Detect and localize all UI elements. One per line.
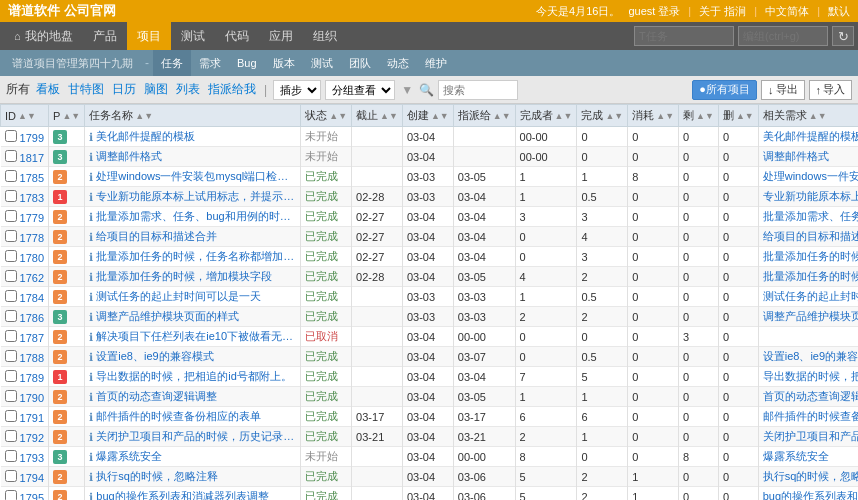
related-req-link[interactable]: 设置ie8、ie9的兼容模式 <box>763 350 858 362</box>
info-icon[interactable]: ℹ <box>89 411 93 423</box>
task-name-link[interactable]: 关闭护卫项目和产品的时候，历史记录还是英文的用户名，应该用中文显 <box>96 429 296 444</box>
row-checkbox[interactable] <box>5 150 17 162</box>
info-icon[interactable]: ℹ <box>89 151 93 163</box>
toolbar-view-board[interactable]: 看板 <box>34 81 62 98</box>
language-link[interactable]: 中文简体 <box>765 4 809 19</box>
nav-item-products[interactable]: 产品 <box>83 22 127 50</box>
col-header-status[interactable]: 状态▲▼ <box>301 105 352 127</box>
row-checkbox[interactable] <box>5 490 17 501</box>
subnav-item-versions[interactable]: 版本 <box>265 50 303 76</box>
task-id[interactable]: 1793 <box>20 452 44 464</box>
info-icon[interactable]: ℹ <box>89 431 93 443</box>
info-icon[interactable]: ℹ <box>89 211 93 223</box>
task-id[interactable]: 1788 <box>20 352 44 364</box>
related-req-link[interactable]: 关闭护卫项目和产品的时候，历史记 <box>763 430 858 442</box>
row-checkbox[interactable] <box>5 450 17 462</box>
task-name-link[interactable]: 批量添加需求、任务、bug和用例的时候，将执行否处理为 <box>96 209 296 224</box>
info-icon[interactable]: ℹ <box>89 191 93 203</box>
col-header-created[interactable]: 创建▲▼ <box>402 105 453 127</box>
task-name-link[interactable]: bug的操作系列表和消减器列表调整 <box>96 489 268 500</box>
task-id[interactable]: 1792 <box>20 432 44 444</box>
task-name-link[interactable]: 解决项目下任栏列表在ie10下被做看无法输入数据 <box>96 329 296 344</box>
nav-item-testing[interactable]: 测试 <box>171 22 215 50</box>
task-name-link[interactable]: 美化邮件提醒的模板 <box>96 129 195 144</box>
col-header-related[interactable]: 相关需求▲▼ <box>758 105 858 127</box>
row-checkbox[interactable] <box>5 470 17 482</box>
refresh-button[interactable]: ↻ <box>832 26 854 46</box>
subnav-item-maintenance[interactable]: 维护 <box>417 50 455 76</box>
row-checkbox[interactable] <box>5 410 17 422</box>
task-name-link[interactable]: 给项目的目标和描述合并 <box>96 229 217 244</box>
row-checkbox[interactable] <box>5 350 17 362</box>
col-header-assigned[interactable]: 指派给▲▼ <box>453 105 515 127</box>
col-header-complete[interactable]: 完成▲▼ <box>577 105 628 127</box>
related-req-link[interactable]: 调整邮件格式 <box>763 150 829 162</box>
import-button[interactable]: ↑ 导入 <box>809 80 853 100</box>
info-icon[interactable]: ℹ <box>89 491 93 500</box>
task-name-link[interactable]: 执行sq的时候，忽略注释 <box>96 469 218 484</box>
export-button[interactable]: ↓ 导出 <box>761 80 805 100</box>
subnav-item-team[interactable]: 团队 <box>341 50 379 76</box>
subnav-item-bugs[interactable]: Bug <box>229 50 265 76</box>
task-name-link[interactable]: 设置ie8、ie9的兼容模式 <box>96 349 213 364</box>
brand[interactable]: 谱道软件 公司官网 <box>8 2 116 20</box>
info-icon[interactable]: ℹ <box>89 471 93 483</box>
related-req-link[interactable]: 爆露系统安全 <box>763 450 829 462</box>
task-id[interactable]: 1778 <box>20 232 44 244</box>
info-icon[interactable]: ℹ <box>89 231 93 243</box>
row-checkbox[interactable] <box>5 290 17 302</box>
task-name-link[interactable]: 邮件插件的时候查备份相应的表单 <box>96 409 261 424</box>
task-id[interactable]: 1794 <box>20 472 44 484</box>
task-id[interactable]: 1817 <box>20 152 44 164</box>
related-req-link[interactable]: 邮件插件的时候查备份相应的表单 <box>763 410 858 422</box>
related-req-link[interactable]: 批量添加任务的时候，增加模块字 <box>763 270 858 282</box>
related-req-link[interactable]: 首页的动态查询逻辑调整 <box>763 390 858 402</box>
col-header-left[interactable]: 剩▲▼ <box>679 105 719 127</box>
task-id[interactable]: 1762 <box>20 272 44 284</box>
group-select[interactable]: 分组查看 <box>325 80 395 100</box>
task-id[interactable]: 1783 <box>20 192 44 204</box>
col-header-finished[interactable]: 完成者▲▼ <box>515 105 577 127</box>
task-id[interactable]: 1791 <box>20 412 44 424</box>
toolbar-view-guide[interactable]: 指派给我 <box>206 81 258 98</box>
guest-login[interactable]: guest 登录 <box>628 4 680 19</box>
info-icon[interactable]: ℹ <box>89 451 93 463</box>
related-req-link[interactable]: 导出数据的时候，把相追的id号都 <box>763 370 858 382</box>
task-id[interactable]: 1787 <box>20 332 44 344</box>
col-header-deleted[interactable]: 删▲▼ <box>718 105 758 127</box>
task-name-link[interactable]: 导出数据的时候，把相追的id号都附上。 <box>96 369 292 384</box>
info-icon[interactable]: ℹ <box>89 271 93 283</box>
row-checkbox[interactable] <box>5 230 17 242</box>
all-projects-filter[interactable]: ●所有项目 <box>692 80 757 100</box>
row-checkbox[interactable] <box>5 330 17 342</box>
row-checkbox[interactable] <box>5 210 17 222</box>
task-name-link[interactable]: 专业新功能原本标上试用标志，并提示过期时段 <box>96 189 296 204</box>
info-icon[interactable]: ℹ <box>89 131 93 143</box>
about-link[interactable]: 关于 指涧 <box>699 4 746 19</box>
task-id[interactable]: 1779 <box>20 212 44 224</box>
related-req-link[interactable]: 测试任务的起止封时间可以是一天 <box>763 290 858 302</box>
task-id[interactable]: 1789 <box>20 372 44 384</box>
task-name-link[interactable]: 批量添加任务的时候，任务名称都增加需求功能 <box>96 249 296 264</box>
info-icon[interactable]: ℹ <box>89 331 93 343</box>
toolbar-view-gantt[interactable]: 甘特图 <box>66 81 106 98</box>
col-header-deadline[interactable]: 截止▲▼ <box>352 105 403 127</box>
nav-item-projects[interactable]: 项目 <box>127 22 171 50</box>
row-checkbox[interactable] <box>5 390 17 402</box>
subnav-item-requirements[interactable]: 需求 <box>191 50 229 76</box>
related-req-link[interactable]: 专业新功能原本标上试用标志，并提示过期时段 <box>763 190 858 202</box>
related-req-link[interactable]: 处理windows一件安装包mysql端口检测及邮件查问题 <box>763 170 858 182</box>
task-name-link[interactable]: 测试任务的起止封时间可以是一天 <box>96 289 261 304</box>
row-checkbox[interactable] <box>5 190 17 202</box>
task-id[interactable]: 1780 <box>20 252 44 264</box>
toolbar-view-mindmap[interactable]: 脑图 <box>142 81 170 98</box>
info-icon[interactable]: ℹ <box>89 251 93 263</box>
task-search-input[interactable] <box>634 26 734 46</box>
nav-item-code[interactable]: 代码 <box>215 22 259 50</box>
related-req-link[interactable]: 批量添加需求、任务、bug和用例的时候 <box>763 210 858 222</box>
row-checkbox[interactable] <box>5 170 17 182</box>
subnav-item-dynamic[interactable]: 动态 <box>379 50 417 76</box>
task-name-link[interactable]: 处理windows一件安装包mysql端口检测及邮件查问题 <box>96 169 296 184</box>
task-id[interactable]: 1786 <box>20 312 44 324</box>
shortcut-input[interactable] <box>738 26 828 46</box>
